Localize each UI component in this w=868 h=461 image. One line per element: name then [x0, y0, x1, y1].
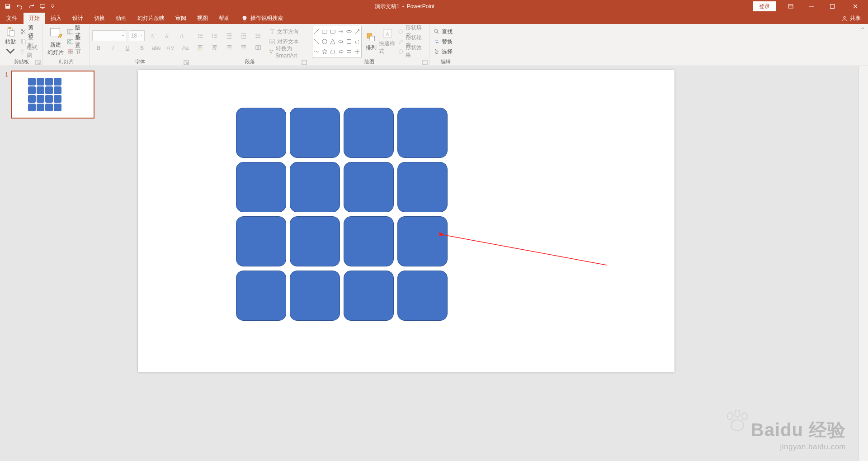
rounded-rect-shape[interactable]	[236, 162, 286, 212]
reset-button[interactable]: 重置	[66, 37, 86, 46]
shapes-gallery[interactable]	[312, 26, 362, 57]
numbering-icon: 123	[212, 33, 218, 39]
tab-insert[interactable]: 插入	[45, 13, 67, 24]
tab-slideshow[interactable]: 幻灯片放映	[132, 13, 170, 24]
tab-transitions[interactable]: 切换	[89, 13, 110, 24]
arrange-button[interactable]: 排列	[363, 28, 379, 56]
clear-formatting-button[interactable]: A	[175, 31, 188, 41]
quick-access-toolbar	[0, 0, 56, 13]
font-name-combobox[interactable]	[92, 30, 127, 41]
rounded-rect-shape[interactable]	[236, 108, 286, 158]
char-spacing-button[interactable]: AV	[165, 43, 177, 53]
tab-design[interactable]: 设计	[67, 13, 89, 24]
undo-button[interactable]	[14, 0, 25, 13]
select-button[interactable]: 选择	[433, 47, 453, 56]
clipboard-group-label: 剪贴板	[14, 59, 29, 64]
rounded-rect-shape[interactable]	[344, 162, 394, 212]
section-button[interactable]: 节	[66, 47, 86, 56]
slide-thumbnail-panel[interactable]: 1	[0, 66, 107, 461]
thumbnail-row[interactable]: 1	[0, 71, 107, 119]
group-drawing: 排列 A 快速样式 形状填充 形状轮廓 形状效果	[309, 24, 430, 66]
bold-button[interactable]: B	[92, 43, 105, 53]
underline-button[interactable]: U	[121, 43, 134, 53]
tab-review[interactable]: 审阅	[170, 13, 192, 24]
share-button[interactable]: 共享	[837, 13, 868, 24]
tab-home[interactable]: 开始	[24, 13, 45, 24]
justify-icon	[241, 44, 247, 51]
svg-rect-6	[10, 30, 14, 36]
clipboard-dialog-launcher[interactable]	[35, 60, 41, 65]
collapse-ribbon-button[interactable]	[860, 26, 865, 31]
redo-button[interactable]	[25, 0, 37, 13]
increase-indent-button[interactable]	[237, 31, 250, 41]
rounded-rect-shape[interactable]	[290, 216, 340, 266]
qat-customize-button[interactable]	[49, 0, 56, 13]
close-button[interactable]	[843, 0, 868, 13]
align-left-button[interactable]	[194, 43, 207, 52]
svg-rect-0	[40, 5, 45, 8]
tab-view[interactable]: 视图	[192, 13, 213, 24]
login-button[interactable]: 登录	[753, 1, 776, 11]
find-button[interactable]: 查找	[433, 27, 453, 36]
change-case-button[interactable]: Aa	[179, 43, 192, 53]
rounded-rect-shape[interactable]	[236, 271, 286, 321]
minimize-button[interactable]	[801, 0, 822, 13]
tab-animations[interactable]: 动画	[110, 13, 132, 24]
save-button[interactable]	[2, 0, 14, 13]
fill-icon	[398, 29, 404, 35]
drawing-dialog-launcher[interactable]	[422, 60, 428, 65]
rounded-rect-shape[interactable]	[290, 271, 340, 321]
quick-styles-button[interactable]: A 快速样式	[379, 28, 396, 56]
rounded-rect-shape[interactable]	[397, 162, 448, 212]
decrease-indent-button[interactable]	[223, 31, 236, 41]
align-right-button[interactable]	[223, 43, 236, 52]
tell-me-search[interactable]: 操作说明搜索	[241, 13, 283, 24]
paragraph-dialog-launcher[interactable]	[302, 60, 307, 65]
start-from-beginning-button[interactable]	[37, 0, 49, 13]
format-painter-button[interactable]: 格式刷	[19, 47, 40, 56]
align-center-button[interactable]	[208, 43, 221, 52]
svg-rect-35	[347, 40, 351, 44]
rounded-rect-shape[interactable]	[344, 271, 394, 321]
paste-button[interactable]: 粘贴	[3, 27, 19, 57]
rounded-rect-shape[interactable]	[397, 108, 448, 158]
rounded-rect-shape[interactable]	[397, 271, 448, 321]
increase-font-button[interactable]: Aˇ	[146, 31, 159, 41]
rounded-rect-shape[interactable]	[344, 216, 394, 266]
replace-button[interactable]: 替换	[433, 37, 453, 46]
rounded-rect-shape[interactable]	[290, 108, 340, 158]
smartart-label: 转换为 SmartArt	[276, 45, 305, 59]
rounded-rect-shape[interactable]	[397, 216, 448, 266]
font-size-combobox[interactable]: 18	[129, 30, 145, 41]
rounded-rect-shape[interactable]	[236, 216, 286, 266]
italic-button[interactable]: I	[107, 43, 119, 53]
font-dialog-launcher[interactable]	[184, 60, 189, 65]
convert-smartart-button[interactable]: 转换为 SmartArt	[268, 47, 306, 56]
columns-button[interactable]	[252, 43, 264, 52]
tab-help[interactable]: 帮助	[213, 13, 235, 24]
vertical-scrollbar[interactable]	[859, 66, 868, 461]
bullets-button[interactable]	[194, 31, 207, 41]
slide-1[interactable]	[138, 70, 675, 372]
rounded-rect-shape[interactable]	[344, 108, 394, 158]
shape-effects-button[interactable]: 形状效果	[397, 47, 427, 56]
ribbon-display-options-button[interactable]	[780, 0, 801, 13]
shadow-button[interactable]: S	[136, 43, 148, 53]
font-size-value: 18	[131, 33, 137, 39]
strikethrough-button[interactable]: abc	[150, 43, 163, 53]
decrease-font-button[interactable]: Aˇ	[161, 31, 174, 41]
rounded-rect-shape[interactable]	[290, 162, 340, 212]
svg-point-42	[434, 29, 438, 33]
maximize-button[interactable]	[822, 0, 843, 13]
svg-rect-17	[68, 52, 70, 54]
new-slide-button[interactable]: 新建 幻灯片	[46, 27, 66, 57]
svg-rect-30	[270, 52, 272, 53]
slide-canvas-area[interactable]: Baidu 经验 jingyan.baidu.com	[107, 66, 859, 461]
line-spacing-button[interactable]	[252, 31, 264, 41]
numbering-button[interactable]: 123	[208, 31, 221, 41]
group-editing: 查找 替换 选择 编辑	[430, 24, 462, 66]
tab-file[interactable]: 文件	[0, 13, 24, 24]
slide-thumbnail-1[interactable]	[11, 71, 94, 119]
text-direction-button[interactable]: 文字方向	[268, 27, 306, 36]
justify-button[interactable]	[237, 43, 250, 52]
